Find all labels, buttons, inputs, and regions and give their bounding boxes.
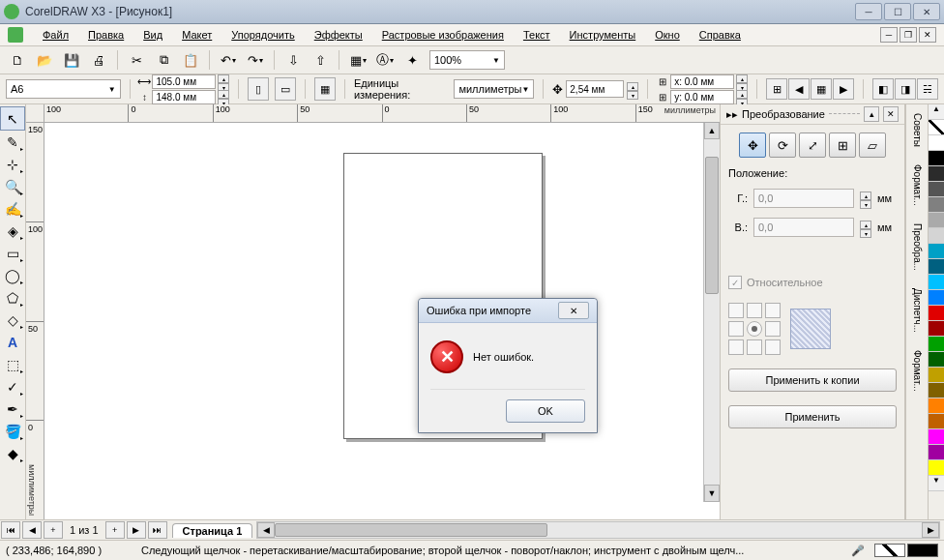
color-swatch[interactable] bbox=[929, 383, 944, 398]
last-page-button[interactable]: ⏭ bbox=[148, 521, 167, 539]
docker-collapse-button[interactable]: ▴ bbox=[864, 106, 879, 122]
anchor-grid[interactable] bbox=[728, 303, 781, 355]
page-buttons[interactable]: ▦ bbox=[314, 77, 336, 101]
v-position-input[interactable]: 0,0 bbox=[753, 218, 854, 237]
paper-size-combo[interactable]: A6 ▼ bbox=[6, 79, 121, 99]
menu-file[interactable]: Файл bbox=[35, 27, 76, 43]
color-swatch[interactable] bbox=[929, 352, 944, 368]
app-launcher-button[interactable]: ▦▾ bbox=[346, 48, 369, 72]
color-swatch[interactable] bbox=[929, 398, 944, 414]
color-swatch[interactable] bbox=[929, 182, 944, 197]
dup-y-input[interactable]: y: 0.0 мм bbox=[670, 90, 734, 104]
page-width-input[interactable]: 105.0 мм bbox=[152, 74, 216, 89]
format-tab[interactable]: Формат... bbox=[909, 160, 926, 211]
portrait-button[interactable]: ▯ bbox=[248, 77, 269, 101]
h-position-input[interactable]: 0,0 bbox=[753, 189, 854, 208]
v-spinner[interactable]: ▴▾ bbox=[860, 221, 871, 235]
color-swatch[interactable] bbox=[929, 460, 944, 476]
horizontal-ruler[interactable]: 100 0 100 50 0 50 100 150 миллиметры bbox=[44, 104, 720, 123]
page-height-input[interactable]: 148.0 мм bbox=[152, 90, 216, 104]
save-button[interactable]: 💾 bbox=[60, 48, 83, 72]
add-page-after-button[interactable]: + bbox=[105, 521, 125, 539]
menu-help[interactable]: Справка bbox=[692, 27, 749, 43]
hints-tab[interactable]: Советы bbox=[909, 108, 926, 152]
color-swatch[interactable] bbox=[929, 197, 944, 213]
color-swatch[interactable] bbox=[929, 151, 944, 166]
outline-swatch[interactable] bbox=[907, 544, 938, 557]
import-button[interactable]: ⇩ bbox=[281, 48, 305, 72]
zoom-combo[interactable]: 100% ▼ bbox=[429, 50, 505, 70]
export-button[interactable]: ⇧ bbox=[309, 48, 332, 72]
drawing-canvas[interactable] bbox=[44, 122, 720, 519]
print-button[interactable]: 🖨 bbox=[87, 48, 110, 72]
prev-page-button[interactable]: ◀ bbox=[22, 521, 42, 539]
menu-tools[interactable]: Инструменты bbox=[562, 27, 644, 43]
color-swatch[interactable] bbox=[929, 290, 944, 306]
ruler-origin[interactable] bbox=[26, 104, 44, 123]
menu-view[interactable]: Вид bbox=[135, 27, 170, 43]
snap-grid-button[interactable]: ⊞ bbox=[766, 78, 787, 100]
vertical-ruler[interactable]: 150 100 50 0 миллиметры bbox=[26, 122, 44, 519]
docker-close-button[interactable]: ✕ bbox=[883, 106, 899, 122]
height-spinner[interactable]: ▴▾ bbox=[218, 90, 229, 104]
dup-x-spinner[interactable]: ▴▾ bbox=[736, 74, 748, 89]
format2-tab[interactable]: Формат... bbox=[909, 345, 926, 397]
dup-x-input[interactable]: x: 0.0 мм bbox=[670, 74, 734, 89]
zoom-tool[interactable]: 🔍▸ bbox=[1, 175, 24, 197]
vertical-scrollbar[interactable]: ▲ ▼ bbox=[703, 122, 720, 502]
apply-to-copy-button[interactable]: Применить к копии bbox=[728, 368, 897, 392]
undo-button[interactable]: ↶▾ bbox=[217, 48, 240, 72]
manager-tab[interactable]: Диспетч... bbox=[909, 283, 926, 338]
rotate-tab[interactable]: ⟳ bbox=[769, 133, 796, 158]
color-swatch[interactable] bbox=[929, 259, 944, 275]
menu-bitmaps[interactable]: Растровые изображения bbox=[374, 27, 512, 43]
treat-as-filled-button[interactable]: ◧ bbox=[872, 78, 894, 100]
horizontal-scrollbar[interactable]: ◀ ▶ bbox=[256, 521, 940, 539]
options-extra-button[interactable]: ☵ bbox=[917, 78, 938, 100]
eyedropper-tool[interactable]: ✓▸ bbox=[1, 375, 24, 398]
window-maximize-button[interactable]: ☐ bbox=[884, 3, 911, 20]
relative-checkbox[interactable]: ✓ bbox=[728, 276, 742, 289]
no-color-swatch[interactable] bbox=[929, 120, 944, 135]
fill-tool[interactable]: 🪣▸ bbox=[1, 420, 24, 442]
rectangle-tool[interactable]: ▭▸ bbox=[1, 242, 24, 264]
color-swatch[interactable] bbox=[929, 228, 944, 244]
interactive-blend-tool[interactable]: ⬚▸ bbox=[1, 353, 24, 375]
color-swatch[interactable] bbox=[929, 213, 944, 228]
scale-tab[interactable]: ⤢ bbox=[799, 133, 826, 158]
color-swatch[interactable] bbox=[929, 135, 944, 151]
mdi-restore-button[interactable]: ❐ bbox=[900, 27, 917, 43]
menu-arrange[interactable]: Упорядочить bbox=[223, 27, 302, 43]
fill-swatch[interactable] bbox=[874, 544, 905, 557]
nudge-input[interactable]: 2,54 мм bbox=[566, 80, 624, 98]
color-swatch[interactable] bbox=[929, 166, 944, 182]
position-tab[interactable]: ✥ bbox=[739, 133, 766, 158]
snap-dynamic-button[interactable]: ▶ bbox=[833, 78, 854, 100]
open-button[interactable]: 📂 bbox=[33, 48, 56, 72]
page-tab[interactable]: Страница 1 bbox=[172, 523, 253, 538]
interactive-fill-tool[interactable]: ◆▸ bbox=[1, 442, 24, 464]
h-spinner[interactable]: ▴▾ bbox=[860, 192, 871, 206]
window-minimize-button[interactable]: ─ bbox=[855, 3, 882, 20]
units-combo[interactable]: миллиметры ▼ bbox=[454, 79, 534, 99]
add-page-before-button[interactable]: + bbox=[44, 521, 63, 539]
color-swatch[interactable] bbox=[929, 321, 944, 337]
size-tab[interactable]: ⊞ bbox=[829, 133, 856, 158]
palette-scroll-down[interactable]: ▼ bbox=[929, 476, 944, 491]
width-spinner[interactable]: ▴▾ bbox=[218, 74, 229, 89]
outline-tool[interactable]: ✒▸ bbox=[1, 398, 24, 420]
color-swatch[interactable] bbox=[929, 414, 944, 429]
color-swatch[interactable] bbox=[929, 275, 944, 290]
landscape-button[interactable]: ▭ bbox=[275, 77, 296, 101]
apply-button[interactable]: Применить bbox=[728, 405, 897, 428]
window-close-button[interactable]: ✕ bbox=[913, 3, 940, 20]
palette-scroll-up[interactable]: ▲ bbox=[929, 104, 944, 120]
freehand-tool[interactable]: ✍▸ bbox=[1, 197, 24, 220]
dialog-ok-button[interactable]: OK bbox=[506, 399, 585, 423]
new-button[interactable]: 🗋 bbox=[6, 48, 29, 72]
draw-complex-button[interactable]: ◨ bbox=[895, 78, 916, 100]
redo-button[interactable]: ↷▾ bbox=[244, 48, 267, 72]
polygon-tool[interactable]: ⬠▸ bbox=[1, 286, 24, 309]
snap-guides-button[interactable]: ◀ bbox=[788, 78, 810, 100]
nudge-spinner[interactable]: ▴▾ bbox=[627, 82, 638, 97]
